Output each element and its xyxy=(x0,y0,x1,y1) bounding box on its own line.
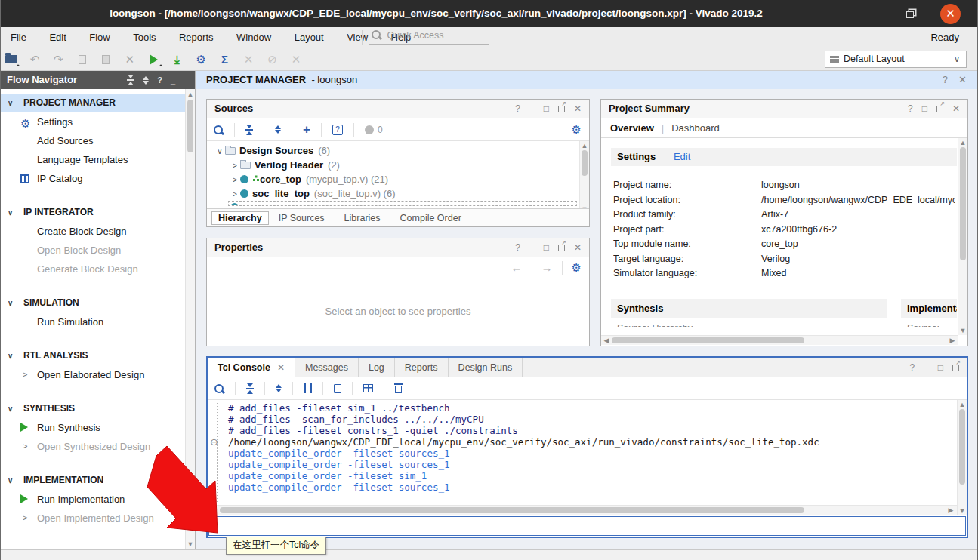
console-vscrollbar[interactable]: ▲ ▼ xyxy=(957,400,967,515)
help-icon[interactable]: ? xyxy=(515,242,520,253)
restore-button[interactable] xyxy=(897,0,923,27)
scroll-up-icon[interactable]: ▲ xyxy=(186,91,195,98)
search-icon[interactable] xyxy=(214,383,224,394)
sidebar-item-add-sources[interactable]: Add Sources xyxy=(1,131,195,150)
table-icon[interactable] xyxy=(363,384,373,392)
gear-icon[interactable]: ⚙ xyxy=(572,123,582,137)
properties-panel-header[interactable]: Properties ? – □ ✕ xyxy=(207,238,589,257)
scroll-down-icon[interactable]: ▼ xyxy=(958,507,967,515)
sidebar-item-create-block-design[interactable]: Create Block Design xyxy=(1,222,195,241)
undo-button[interactable]: ↶ xyxy=(24,48,45,70)
scroll-left-icon[interactable]: ◀ xyxy=(602,336,611,345)
validate-button-disabled[interactable]: ✕ xyxy=(239,48,259,70)
tab-hierarchy[interactable]: Hierarchy xyxy=(211,211,269,225)
close-button[interactable]: ✕ xyxy=(940,4,961,24)
minimize-button[interactable]: – xyxy=(853,0,879,27)
summary-hscrollbar[interactable]: ◀ ▶ xyxy=(601,335,958,345)
copy-icon[interactable] xyxy=(334,384,341,393)
run-button[interactable] xyxy=(143,48,164,70)
trash-icon[interactable] xyxy=(395,386,402,393)
sidebar-item-ip-catalog[interactable]: IP Catalog xyxy=(1,169,195,188)
sidebar-item-language-templates[interactable]: Language Templates xyxy=(1,150,195,169)
sidebar-section-project-manager[interactable]: ∨PROJECT MANAGER xyxy=(1,94,195,112)
minimize-panel-icon[interactable]: – xyxy=(924,362,929,373)
forward-arrow-icon[interactable]: → xyxy=(541,261,553,274)
scrollbar-thumb[interactable] xyxy=(612,337,804,343)
tab-dashboard[interactable]: Dashboard xyxy=(671,122,720,134)
minimize-panel-icon[interactable]: – xyxy=(529,242,535,253)
sum-button[interactable]: Σ xyxy=(214,48,235,70)
maximize-panel-icon[interactable]: □ xyxy=(938,362,943,373)
sidebar-item-run-simulation[interactable]: Run Simulation xyxy=(1,312,195,331)
tab-compile-order[interactable]: Compile Order xyxy=(390,212,471,224)
expand-all-icon[interactable] xyxy=(276,384,282,392)
sidebar-item-generate-block-design[interactable]: Generate Block Design xyxy=(1,260,195,278)
maximize-panel-icon[interactable]: □ xyxy=(544,103,549,114)
expand-all-icon[interactable] xyxy=(275,125,281,134)
tree-row-design-sources[interactable]: ∨Design Sources(6) xyxy=(207,143,589,158)
help-box-icon[interactable]: ? xyxy=(332,125,343,135)
console-hscrollbar[interactable]: ◀ ▶ xyxy=(208,505,957,515)
back-arrow-icon[interactable]: ← xyxy=(511,261,523,274)
help-icon[interactable]: ? xyxy=(908,103,913,114)
help-icon[interactable]: ? xyxy=(909,362,915,373)
edit-link[interactable]: Edit xyxy=(674,151,690,162)
scrollbar-thumb[interactable] xyxy=(582,150,588,176)
collapse-all-icon[interactable] xyxy=(246,383,254,394)
tree-row-core-top[interactable]: >core_top(mycpu_top.v) (21) xyxy=(207,172,589,186)
maximize-panel-icon[interactable]: □ xyxy=(544,242,549,253)
sidebar-section-ip-integrator[interactable]: ∨IP INTEGRATOR xyxy=(1,203,195,222)
simulator-language-link[interactable]: Mixed xyxy=(761,268,786,278)
scroll-right-icon[interactable]: ▶ xyxy=(946,506,955,515)
search-icon[interactable] xyxy=(213,125,224,135)
close-icon[interactable]: ✕ xyxy=(952,103,960,114)
sidebar-item-run-synthesis[interactable]: Run Synthesis xyxy=(1,418,195,437)
close-icon[interactable]: ✕ xyxy=(958,71,967,89)
gear-icon[interactable]: ⚙ xyxy=(572,261,582,275)
tree-row-clipped[interactable] xyxy=(228,201,577,206)
add-sources-icon[interactable]: + xyxy=(303,125,310,135)
project-summary-header[interactable]: Project Summary ? □ ✕ xyxy=(601,100,967,118)
sidebar-item-open-elaborated-design[interactable]: >Open Elaborated Design xyxy=(1,365,195,384)
tree-row-soc-lite-top[interactable]: >soc_lite_top(soc_lite_top.v) (6) xyxy=(207,186,589,201)
float-panel-icon[interactable] xyxy=(952,365,959,371)
layout-selector[interactable]: Default Layout ∨ xyxy=(825,51,967,68)
redo-button[interactable]: ↷ xyxy=(48,48,69,70)
paste-button[interactable] xyxy=(96,48,116,70)
scroll-up-icon[interactable]: ▲ xyxy=(958,401,967,408)
tab-overview[interactable]: Overview xyxy=(610,122,654,134)
sources-panel-header[interactable]: Sources ? – □ ✕ xyxy=(207,100,589,118)
expand-all-icon[interactable] xyxy=(143,76,149,85)
tab-ip-sources[interactable]: IP Sources xyxy=(269,212,335,224)
scroll-down-icon[interactable]: ▼ xyxy=(958,327,967,334)
tcl-command-input[interactable] xyxy=(208,516,966,536)
collapse-all-icon[interactable] xyxy=(127,75,134,85)
close-design-button-disabled[interactable]: ✕ xyxy=(285,48,306,70)
sources-scrollbar[interactable]: ▲ ▼ xyxy=(579,141,589,214)
tab-messages[interactable]: Messages xyxy=(295,358,359,377)
sidebar-item-settings[interactable]: ⚙Settings xyxy=(1,112,195,131)
minimize-panel-icon[interactable]: _ xyxy=(171,71,175,89)
menu-layout[interactable]: Layout xyxy=(285,27,334,48)
top-module-link[interactable]: core_top xyxy=(761,238,798,249)
menu-window[interactable]: Window xyxy=(227,27,281,48)
close-icon[interactable]: ✕ xyxy=(574,103,582,114)
sidebar-section-simulation[interactable]: ∨SIMULATION xyxy=(1,294,195,312)
menu-tools[interactable]: Tools xyxy=(123,27,165,48)
delete-button[interactable]: ✕ xyxy=(119,48,140,70)
scrollbar-thumb[interactable] xyxy=(220,507,804,513)
scroll-right-icon[interactable]: ▶ xyxy=(948,336,957,345)
tab-design-runs[interactable]: Design Runs xyxy=(449,358,523,377)
menu-reports[interactable]: Reports xyxy=(169,27,224,48)
close-tab-icon[interactable]: ✕ xyxy=(277,362,285,373)
step-button[interactable]: ⤓ xyxy=(167,48,187,70)
target-language-link[interactable]: Verilog xyxy=(761,254,790,264)
minimize-panel-icon[interactable]: – xyxy=(529,103,535,114)
help-icon[interactable]: ? xyxy=(943,71,948,89)
menu-file[interactable]: File xyxy=(1,27,36,48)
scroll-up-icon[interactable]: ▲ xyxy=(958,139,967,146)
sidebar-section-synthesis[interactable]: ∨SYNTHESIS xyxy=(1,399,195,418)
scrollbar-thumb[interactable] xyxy=(960,147,966,260)
open-project-button[interactable] xyxy=(1,48,21,70)
maximize-panel-icon[interactable]: □ xyxy=(922,103,927,114)
